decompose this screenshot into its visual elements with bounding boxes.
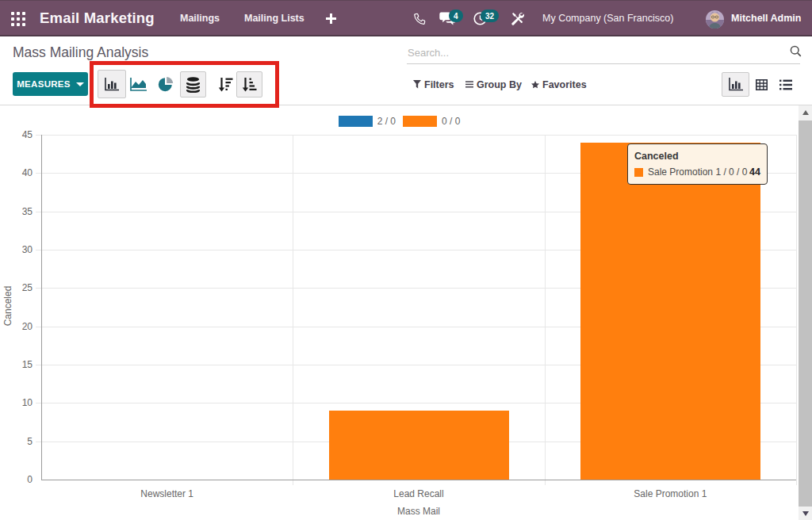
chart-legend: 2 / 00 / 0 xyxy=(0,116,799,127)
scrollbar-down-button[interactable] xyxy=(799,507,812,520)
x-axis-title: Mass Mail xyxy=(371,506,466,517)
bar-sale-promotion-1[interactable] xyxy=(580,143,760,480)
tooltip-swatch xyxy=(634,168,643,177)
chart-type-line-button[interactable] xyxy=(128,75,147,94)
y-tick-label: 0 xyxy=(0,474,33,485)
y-tick-label: 35 xyxy=(0,206,33,217)
y-tick-label: 30 xyxy=(0,244,33,255)
x-axis-label: Newsletter 1 xyxy=(80,488,255,499)
scrollbar-up-button[interactable] xyxy=(799,105,812,119)
stacked-toggle-button[interactable] xyxy=(180,71,206,98)
tooltip-label: Sale Promotion 1 / 0 / 0 xyxy=(648,166,747,178)
favorites-button[interactable]: Favorites xyxy=(531,78,587,91)
y-axis-title: Canceled xyxy=(2,281,13,331)
view-switcher-list[interactable] xyxy=(777,78,794,91)
x-axis-label: Lead Recall xyxy=(331,488,506,499)
menu-mailings[interactable]: Mailings xyxy=(180,1,220,36)
chart-type-pie-button[interactable] xyxy=(156,76,174,94)
user-avatar[interactable] xyxy=(706,10,724,29)
group-by-button[interactable]: Group By xyxy=(465,78,522,91)
tooltip-title: Canceled xyxy=(634,151,760,162)
sort-ascending-button[interactable] xyxy=(236,71,262,98)
legend-swatch xyxy=(339,116,373,127)
activities-badge[interactable]: 32 xyxy=(481,10,499,22)
search-input[interactable]: Search... xyxy=(408,47,449,59)
search-icon[interactable] xyxy=(790,45,802,60)
favorites-label: Favorites xyxy=(542,79,587,90)
apps-menu-icon[interactable] xyxy=(11,12,25,26)
y-tick-label: 15 xyxy=(0,359,33,370)
tools-icon[interactable] xyxy=(508,1,526,36)
measures-label: MEASURES xyxy=(17,79,71,89)
x-axis-label: Sale Promotion 1 xyxy=(583,488,757,499)
messages-badge[interactable]: 4 xyxy=(449,10,463,22)
filters-label: Filters xyxy=(424,79,454,90)
y-tick-label: 45 xyxy=(0,129,33,140)
legend-item[interactable]: 0 / 0 xyxy=(403,116,460,127)
scroll-down-icon xyxy=(802,511,809,516)
search-underline xyxy=(407,63,800,64)
top-navbar: Email Marketing Mailings Mailing Lists 4… xyxy=(0,0,812,36)
tooltip-row: Sale Promotion 1 / 0 / 0 44 xyxy=(634,166,760,178)
filter-icon xyxy=(413,80,421,89)
plus-icon[interactable] xyxy=(321,1,340,36)
chart-tooltip: Canceled Sale Promotion 1 / 0 / 0 44 xyxy=(627,143,768,185)
group-by-icon xyxy=(465,81,473,88)
scrollbar-thumb[interactable] xyxy=(799,120,812,507)
measures-button[interactable]: MEASURES xyxy=(13,72,88,96)
menu-mailing-lists[interactable]: Mailing Lists xyxy=(244,1,304,36)
bar-lead-recall[interactable] xyxy=(329,411,509,480)
view-switcher-pivot[interactable] xyxy=(753,78,769,91)
chart-area: 051015202530354045Newsletter 1Lead Recal… xyxy=(0,105,812,520)
y-tick-label: 40 xyxy=(0,167,33,178)
legend-item[interactable]: 2 / 0 xyxy=(339,116,396,127)
star-icon xyxy=(531,81,539,89)
scroll-up-icon xyxy=(802,110,809,115)
company-switcher[interactable]: My Company (San Francisco) xyxy=(542,1,673,36)
sort-descending-button[interactable] xyxy=(216,77,236,93)
chart-type-bar-button[interactable] xyxy=(98,70,126,98)
user-name[interactable]: Mitchell Admin xyxy=(731,1,801,36)
group-by-label: Group By xyxy=(477,79,522,90)
view-switcher-graph[interactable] xyxy=(722,72,749,97)
y-tick-label: 5 xyxy=(0,436,33,447)
legend-label: 0 / 0 xyxy=(442,116,460,127)
legend-label: 2 / 0 xyxy=(377,116,396,127)
app-name[interactable]: Email Marketing xyxy=(40,10,155,27)
tooltip-value: 44 xyxy=(749,166,760,178)
y-tick-label: 10 xyxy=(0,397,33,408)
legend-swatch xyxy=(403,116,437,127)
caret-down-icon xyxy=(76,82,84,86)
filters-button[interactable]: Filters xyxy=(413,78,454,91)
vertical-scrollbar[interactable] xyxy=(799,105,812,520)
page-title: Mass Mailing Analysis xyxy=(13,44,148,61)
phone-icon[interactable] xyxy=(410,1,429,36)
